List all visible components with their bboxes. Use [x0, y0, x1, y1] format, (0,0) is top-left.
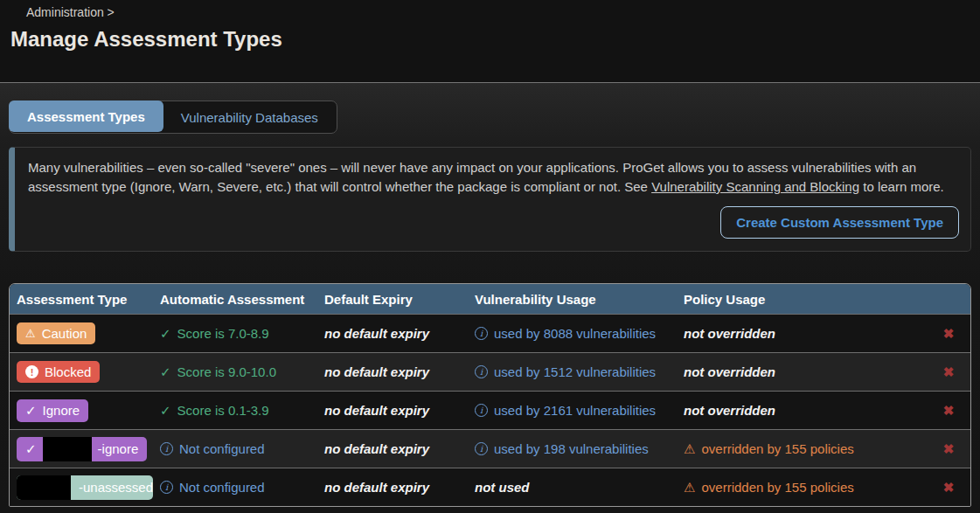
default-expiry-text: no default expiry [324, 364, 429, 379]
caution-badge[interactable]: ⚠ Caution [17, 322, 95, 344]
vulnerability-usage-cell: not used [468, 480, 677, 495]
check-icon: ✓ [160, 403, 171, 419]
policy-usage-text: not overridden [684, 364, 775, 379]
table-row: ⚠ Caution ✓ Score is 7.0-8.9 no default … [10, 314, 970, 352]
info-text-after: to learn more. [859, 179, 944, 194]
vulnerability-usage-link[interactable]: used by 2161 vulnerabilities [494, 403, 656, 418]
policy-usage-text: not overridden [684, 326, 775, 341]
check-icon: ✓ [160, 326, 171, 342]
not-configured-link[interactable]: Not configured [179, 480, 265, 495]
vulnerability-usage-link[interactable]: used by 8088 vulnerabilities [494, 326, 656, 341]
assessment-type-cell: ✓ Ignore [10, 399, 153, 422]
vulnerability-scanning-and-blocking-link[interactable]: Vulnerability Scanning and Blocking [651, 179, 859, 194]
policy-usage-cell: ⚠ overridden by 155 policies [677, 480, 927, 495]
default-expiry-cell: no default expiry [317, 326, 468, 341]
automatic-assessment-text: Score is 9.0-10.0 [177, 364, 276, 379]
custom-unassessed-badge[interactable]: -unassessed [17, 475, 153, 500]
policy-usage-cell: not overridden [677, 364, 927, 379]
delete-button[interactable]: ✖ [938, 324, 960, 343]
delete-button[interactable]: ✖ [938, 401, 960, 420]
column-header-vulnerability-usage: Vulnerability Usage [468, 292, 677, 307]
actions-cell: ✖ [927, 478, 970, 497]
info-circle-icon: i [475, 327, 488, 340]
table-row: ! Blocked ✓ Score is 9.0-10.0 no default… [10, 352, 970, 391]
table-row: ✓ Ignore ✓ Score is 0.1-3.9 no default e… [10, 391, 970, 429]
automatic-assessment-cell: i Not configured [153, 480, 317, 495]
info-circle-icon: i [160, 442, 173, 455]
automatic-assessment-cell: ✓ Score is 9.0-10.0 [153, 364, 317, 380]
badge-label: Caution [42, 326, 87, 341]
default-expiry-cell: no default expiry [317, 441, 468, 456]
vulnerability-usage-cell: i used by 198 vulnerabilities [468, 441, 677, 456]
info-circle-icon: i [160, 481, 173, 494]
tab-assessment-types[interactable]: Assessment Types [9, 101, 163, 132]
vulnerability-usage-link[interactable]: used by 1512 vulnerabilities [494, 364, 656, 379]
redaction-box [43, 437, 92, 461]
actions-cell: ✖ [927, 401, 970, 420]
actions-cell: ✖ [927, 324, 970, 343]
breadcrumb-administration-link[interactable]: Administration [26, 5, 104, 19]
default-expiry-cell: no default expiry [317, 480, 468, 495]
assessment-type-cell: ⚠ Caution [10, 322, 153, 344]
warning-triangle-icon: ⚠ [684, 481, 695, 494]
manage-assessment-types-page: Administration > Manage Assessment Types… [0, 0, 980, 513]
check-icon: ✓ [160, 364, 171, 380]
info-circle-icon: i [475, 404, 488, 417]
policy-usage-cell: ⚠ overridden by 155 policies [677, 441, 927, 456]
actions-cell: ✖ [927, 363, 970, 382]
blocked-badge[interactable]: ! Blocked [17, 361, 100, 383]
page-content: Assessment Types Vulnerability Databases… [0, 83, 980, 513]
column-header-automatic-assessment: Automatic Assessment [153, 292, 317, 307]
actions-cell: ✖ [927, 440, 970, 459]
warning-triangle-icon: ⚠ [684, 442, 695, 455]
policy-overridden-text: overridden by 155 policies [701, 480, 853, 495]
default-expiry-text: no default expiry [324, 403, 429, 418]
default-expiry-text: no default expiry [324, 326, 429, 341]
badge-label: Ignore [43, 403, 80, 418]
default-expiry-cell: no default expiry [317, 403, 468, 418]
column-header-default-expiry: Default Expiry [317, 292, 468, 307]
custom-ignore-badge[interactable]: ✓ -ignore [17, 437, 147, 461]
default-expiry-text: no default expiry [324, 480, 429, 495]
policy-usage-cell: not overridden [677, 326, 927, 341]
default-expiry-text: no default expiry [324, 441, 429, 456]
table-header-row: Assessment Type Automatic Assessment Def… [10, 284, 970, 314]
vulnerability-usage-cell: i used by 1512 vulnerabilities [468, 364, 677, 379]
info-circle-icon: i [475, 442, 488, 455]
badge-label: -ignore [98, 441, 139, 456]
ignore-badge[interactable]: ✓ Ignore [17, 399, 88, 422]
page-header: Administration > Manage Assessment Types [0, 0, 980, 83]
breadcrumb: Administration > [26, 5, 980, 19]
policy-overridden-text: overridden by 155 policies [701, 441, 853, 456]
info-panel: Many vulnerabilities – even so-called "s… [9, 147, 971, 252]
exclamation-circle-icon: ! [25, 365, 38, 378]
delete-button[interactable]: ✖ [938, 478, 960, 497]
not-configured-link[interactable]: Not configured [179, 441, 265, 456]
page-title: Manage Assessment Types [10, 27, 980, 52]
policy-usage-cell: not overridden [677, 403, 927, 418]
assessment-type-cell: ! Blocked [10, 361, 153, 383]
info-circle-icon: i [475, 365, 488, 378]
vulnerability-usage-cell: i used by 2161 vulnerabilities [468, 403, 677, 418]
table-row: ✓ -ignore i Not configured no default ex… [10, 429, 970, 468]
info-text: Many vulnerabilities – even so-called "s… [28, 158, 962, 197]
delete-button[interactable]: ✖ [938, 363, 960, 382]
automatic-assessment-cell: i Not configured [153, 441, 317, 456]
automatic-assessment-text: Score is 7.0-8.9 [177, 326, 269, 341]
default-expiry-cell: no default expiry [317, 364, 468, 379]
vulnerability-usage-text: not used [475, 480, 530, 495]
breadcrumb-separator: > [108, 5, 115, 19]
column-header-policy-usage: Policy Usage [677, 292, 927, 307]
create-custom-assessment-type-button[interactable]: Create Custom Assessment Type [720, 206, 959, 239]
vulnerability-usage-link[interactable]: used by 198 vulnerabilities [494, 441, 649, 456]
delete-button[interactable]: ✖ [938, 440, 960, 459]
tab-vulnerability-databases[interactable]: Vulnerability Databases [163, 101, 337, 133]
assessment-type-cell: ✓ -ignore [10, 437, 153, 461]
badge-label: Blocked [45, 364, 91, 379]
automatic-assessment-cell: ✓ Score is 7.0-8.9 [153, 326, 317, 342]
column-header-assessment-type: Assessment Type [10, 292, 153, 307]
automatic-assessment-text: Score is 0.1-3.9 [177, 403, 269, 418]
redaction-box [17, 475, 71, 500]
badge-label: -unassessed [79, 480, 153, 495]
warning-triangle-icon: ⚠ [25, 327, 36, 340]
